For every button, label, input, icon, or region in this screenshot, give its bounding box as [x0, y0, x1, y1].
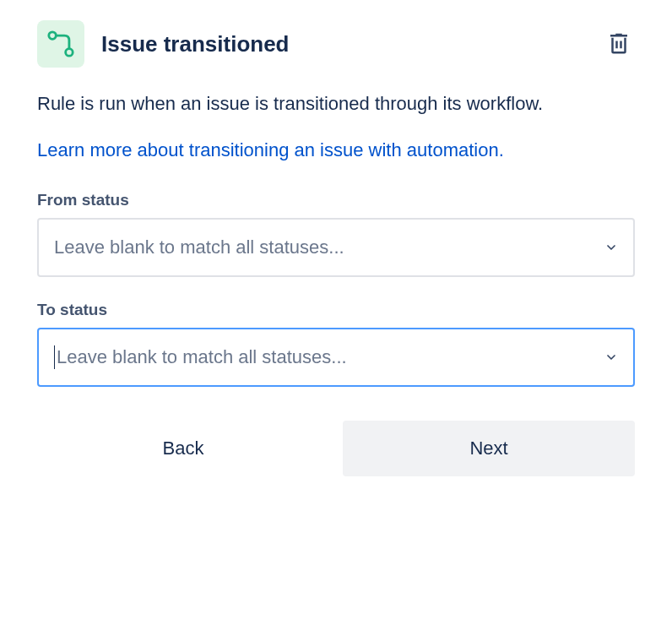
from-status-field-group: From status Leave blank to match all sta…	[37, 191, 635, 277]
from-status-placeholder: Leave blank to match all statuses...	[54, 236, 344, 258]
from-status-select[interactable]: Leave blank to match all statuses...	[37, 218, 635, 277]
page-title: Issue transitioned	[101, 31, 586, 57]
to-status-field-group: To status Leave blank to match all statu…	[37, 301, 635, 387]
to-status-placeholder: Leave blank to match all statuses...	[57, 346, 347, 368]
header-row: Issue transitioned	[37, 20, 635, 68]
back-button[interactable]: Back	[37, 421, 329, 476]
trigger-icon-box	[37, 20, 84, 68]
from-status-label: From status	[37, 191, 635, 209]
to-status-select[interactable]: Leave blank to match all statuses...	[37, 328, 635, 387]
chevron-down-icon	[604, 241, 618, 254]
from-status-select-wrapper: Leave blank to match all statuses...	[37, 218, 635, 277]
delete-button[interactable]	[603, 27, 635, 62]
button-row: Back Next	[37, 421, 635, 476]
to-status-label: To status	[37, 301, 635, 319]
text-cursor	[54, 345, 55, 369]
trash-icon	[606, 30, 631, 56]
next-button[interactable]: Next	[343, 421, 635, 476]
description-text: Rule is run when an issue is transitione…	[37, 91, 635, 117]
learn-more-link[interactable]: Learn more about transitioning an issue …	[37, 138, 504, 164]
chevron-down-icon	[604, 351, 618, 364]
to-status-select-wrapper: Leave blank to match all statuses...	[37, 328, 635, 387]
transition-icon	[46, 30, 75, 58]
